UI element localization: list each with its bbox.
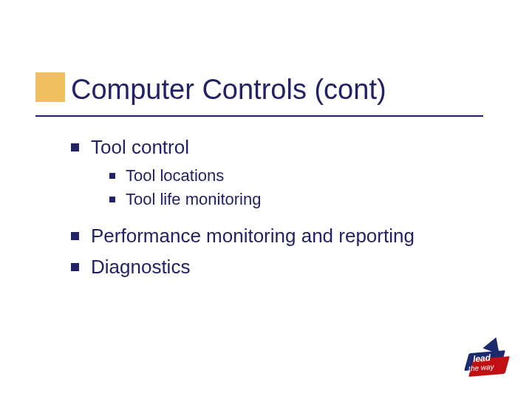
square-bullet-icon (109, 173, 115, 179)
slide-title: Computer Controls (cont) (71, 74, 386, 106)
bullet-level2: Tool locations (109, 165, 485, 187)
bullet-level1: Performance monitoring and reporting (71, 223, 485, 249)
slide-body: Tool control Tool locations Tool life mo… (71, 132, 485, 284)
bullet-level1: Tool control (71, 134, 485, 160)
bullet-level1: Diagnostics (71, 254, 485, 280)
square-bullet-icon (71, 232, 79, 240)
square-bullet-icon (71, 263, 79, 271)
bullet-text: Tool life monitoring (126, 188, 261, 211)
lead-the-way-logo: lead the way (464, 338, 511, 383)
bullet-level2: Tool life monitoring (109, 188, 485, 211)
square-bullet-icon (71, 143, 79, 151)
square-bullet-icon (109, 197, 115, 202)
title-accent-block (35, 72, 65, 102)
bullet-text: Performance monitoring and reporting (91, 223, 415, 249)
bullet-text: Tool locations (126, 165, 224, 187)
sub-bullet-group: Tool locations Tool life monitoring (109, 165, 485, 210)
title-underline (35, 115, 483, 117)
bullet-text: Diagnostics (91, 254, 190, 280)
bullet-text: Tool control (91, 134, 189, 160)
